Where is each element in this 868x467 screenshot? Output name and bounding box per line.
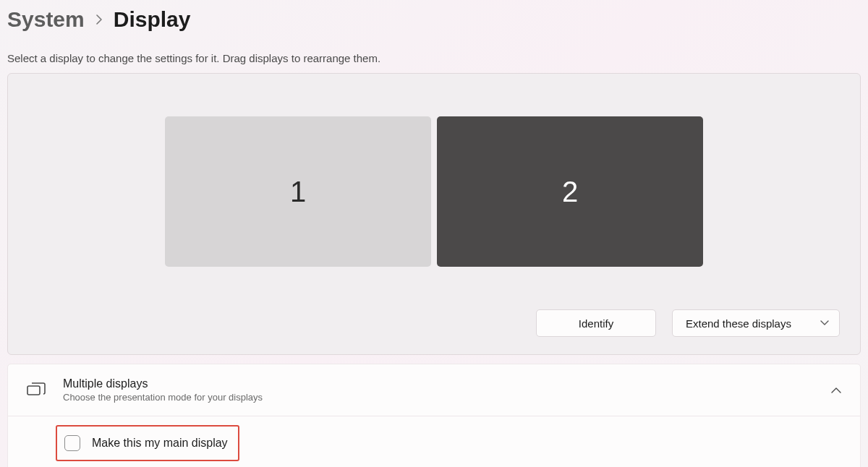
- main-display-highlight: Make this my main display: [56, 425, 239, 461]
- main-display-label[interactable]: Make this my main display: [92, 437, 228, 450]
- extend-mode-label: Extend these displays: [686, 317, 791, 330]
- multiple-displays-expander[interactable]: Multiple displays Choose the presentatio…: [8, 364, 860, 416]
- breadcrumb: System Display: [0, 0, 868, 36]
- multiple-displays-subtitle: Choose the presentation mode for your di…: [63, 392, 831, 403]
- main-display-checkbox[interactable]: [64, 435, 80, 451]
- monitor-1[interactable]: 1: [165, 116, 431, 267]
- identify-button[interactable]: Identify: [536, 309, 656, 337]
- page-title: Display: [114, 7, 191, 32]
- monitors-canvas[interactable]: 1 2: [8, 74, 860, 309]
- multiple-displays-section: Multiple displays Choose the presentatio…: [7, 364, 861, 467]
- extend-mode-dropdown[interactable]: Extend these displays: [672, 309, 840, 337]
- breadcrumb-parent-system[interactable]: System: [7, 7, 85, 32]
- chevron-right-icon: [95, 14, 103, 25]
- multiple-displays-title: Multiple displays: [63, 377, 831, 390]
- display-arrangement-panel: 1 2 Identify Extend these displays: [7, 73, 861, 355]
- main-display-row: Make this my main display: [8, 416, 860, 467]
- svg-rect-0: [27, 386, 40, 395]
- chevron-up-icon: [831, 387, 841, 393]
- instruction-text: Select a display to change the settings …: [0, 36, 868, 73]
- multiple-displays-icon: [27, 382, 46, 398]
- panel-buttons: Identify Extend these displays: [8, 309, 860, 354]
- chevron-down-icon: [820, 320, 829, 326]
- multiple-displays-text: Multiple displays Choose the presentatio…: [63, 377, 831, 403]
- monitor-2[interactable]: 2: [437, 116, 703, 267]
